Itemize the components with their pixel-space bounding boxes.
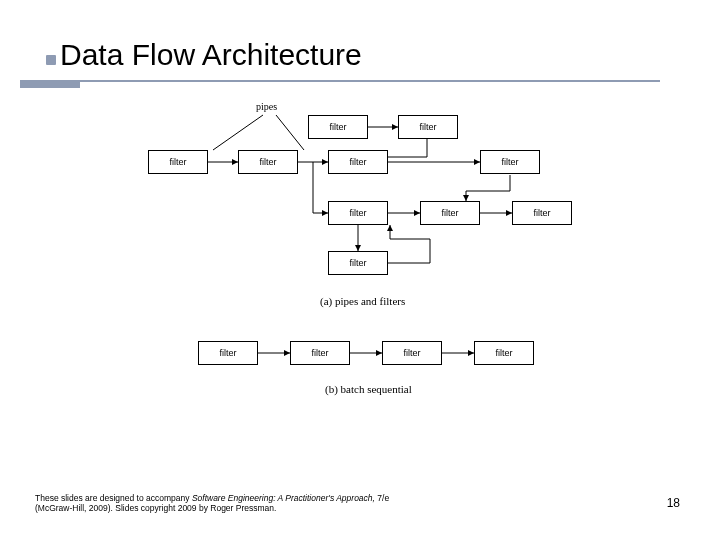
filter-text: filter [169, 157, 186, 167]
pipes-label: pipes [256, 101, 277, 112]
footer-book-title: Software Engineering: A Practitioner's A… [192, 493, 375, 503]
slide-number: 18 [667, 496, 680, 510]
diagram-container: pipes filter filter filter filter filter… [130, 95, 620, 465]
filter-box: filter [328, 150, 388, 174]
filter-text: filter [419, 122, 436, 132]
filter-box: filter [480, 150, 540, 174]
filter-text: filter [259, 157, 276, 167]
filter-box: filter [290, 341, 350, 365]
filter-text: filter [533, 208, 550, 218]
title-underline [20, 80, 660, 88]
filter-text: filter [311, 348, 328, 358]
filter-box: filter [308, 115, 368, 139]
filter-box: filter [474, 341, 534, 365]
footer-credit: These slides are designed to accompany S… [35, 493, 595, 514]
filter-text: filter [219, 348, 236, 358]
svg-line-1 [276, 115, 304, 150]
filter-box: filter [512, 201, 572, 225]
slide-title: Data Flow Architecture [60, 38, 720, 72]
filter-box: filter [420, 201, 480, 225]
filter-box: filter [398, 115, 458, 139]
footer-line2: (McGraw-Hill, 2009). Slides copyright 20… [35, 503, 276, 513]
svg-line-0 [213, 115, 263, 150]
filter-box: filter [148, 150, 208, 174]
filter-box: filter [238, 150, 298, 174]
filter-text: filter [495, 348, 512, 358]
filter-text: filter [349, 208, 366, 218]
filter-text: filter [349, 258, 366, 268]
filter-text: filter [329, 122, 346, 132]
title-bullet [46, 55, 56, 65]
filter-text: filter [349, 157, 366, 167]
footer-prefix: These slides are designed to accompany [35, 493, 192, 503]
footer-suffix: 7/e [375, 493, 389, 503]
filter-box: filter [328, 251, 388, 275]
title-area: Data Flow Architecture [0, 0, 720, 76]
filter-text: filter [441, 208, 458, 218]
filter-text: filter [403, 348, 420, 358]
filter-box: filter [198, 341, 258, 365]
caption-b: (b) batch sequential [325, 383, 412, 395]
filter-box: filter [328, 201, 388, 225]
filter-text: filter [501, 157, 518, 167]
caption-a: (a) pipes and filters [320, 295, 405, 307]
filter-box: filter [382, 341, 442, 365]
